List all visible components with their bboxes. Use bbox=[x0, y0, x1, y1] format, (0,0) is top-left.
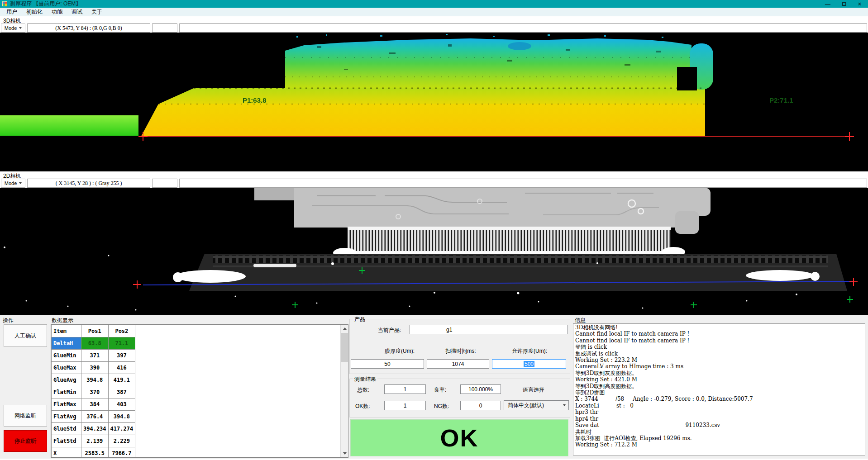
product-title: 产品 bbox=[353, 316, 367, 323]
product-panel: 产品 当前产品: g1 膜厚度(Um): 扫描时间ms: 允许厚度(Um): 5… bbox=[349, 315, 571, 459]
menu-about[interactable]: 关于 bbox=[87, 8, 107, 16]
cell-item: FlatAvg bbox=[52, 411, 81, 423]
camera3d-mode-button[interactable]: Mode bbox=[1, 24, 25, 33]
ng-count-input[interactable]: 0 bbox=[460, 401, 501, 410]
col-pos2: Pos2 bbox=[108, 325, 135, 337]
camera3d-label: 3D相机 bbox=[0, 16, 868, 24]
cell-item: FlatMax bbox=[52, 398, 81, 411]
scroll-down-icon[interactable] bbox=[341, 450, 348, 457]
scrollbar-thumb[interactable] bbox=[341, 333, 348, 362]
menu-user[interactable]: 用户 bbox=[2, 8, 22, 16]
total-label: 总数: bbox=[357, 386, 369, 394]
menu-bar: 用户 初始化 功能 调试 关于 bbox=[0, 8, 868, 16]
cell-pos1: 394.234 bbox=[81, 423, 109, 435]
table-row[interactable]: GlueAvg 394.8 419.1 bbox=[52, 374, 135, 386]
table-row[interactable]: DeltaH 63.8 71.1 bbox=[52, 337, 135, 350]
log-line: Cannot find local IF to match camera IP … bbox=[575, 337, 863, 344]
network-listen-button[interactable]: 网络监听 bbox=[4, 405, 47, 427]
yield-input[interactable]: 100.000% bbox=[460, 384, 501, 394]
allow-thickness-input[interactable]: 500 bbox=[492, 359, 566, 369]
log-line: 加载3张图 进行AOI检查, Elapsed 19296 ms. bbox=[575, 435, 863, 441]
cell-pos1: 390 bbox=[81, 362, 109, 374]
cell-item: FlatMin bbox=[52, 386, 81, 398]
cell-pos2: 417.274 bbox=[108, 423, 135, 435]
menu-debug[interactable]: 调试 bbox=[67, 8, 87, 16]
col-item: Item bbox=[52, 325, 81, 337]
table-row[interactable]: GlueMin 371 397 bbox=[52, 350, 135, 362]
menu-init[interactable]: 初始化 bbox=[22, 8, 47, 16]
allow-thickness-label: 允许厚度(Um): bbox=[496, 347, 563, 355]
ok-count-input[interactable]: 1 bbox=[384, 401, 426, 410]
minimize-icon[interactable]: — bbox=[825, 1, 830, 7]
chevron-down-icon bbox=[19, 182, 22, 184]
yield-label: 良率: bbox=[434, 386, 446, 394]
log-line: Working Set : 712.2 M bbox=[575, 441, 863, 448]
menu-function[interactable]: 功能 bbox=[47, 8, 67, 16]
cell-pos1: 370 bbox=[81, 386, 109, 398]
ok-count-label: OK数: bbox=[355, 403, 370, 410]
connector-comb bbox=[333, 227, 685, 258]
cell-item: GlueStd bbox=[52, 423, 81, 435]
cell-item: GlueMax bbox=[52, 362, 81, 374]
camera3d-viewport[interactable]: P1:63.8 P2:71.1 bbox=[0, 33, 868, 171]
title-bar: 测厚程序 【当前用户: OEM】 — × bbox=[0, 0, 868, 8]
data-display-title: 数据显示 bbox=[52, 317, 73, 324]
cell-pos2: 397 bbox=[108, 350, 135, 362]
2d-grayscale-image bbox=[0, 188, 868, 315]
log-line: LocateLi st : 0 bbox=[575, 403, 863, 409]
cell-pos2: 419.1 bbox=[108, 374, 135, 386]
cell-pos1: 384 bbox=[81, 398, 109, 411]
restore-icon[interactable] bbox=[842, 2, 846, 6]
info-panel: 信息 3D相机没有网络! Cannot find local IF to mat… bbox=[573, 315, 866, 459]
table-row[interactable]: FlatMax 384 403 bbox=[52, 398, 135, 411]
cell-item: X bbox=[52, 447, 81, 458]
data-display-panel: 数据显示 Item Pos1 Pos2 DeltaH 63.8 71.1 Glu… bbox=[51, 315, 349, 459]
operations-title: 操作 bbox=[3, 317, 14, 324]
table-row[interactable]: FlatMin 370 387 bbox=[52, 386, 135, 398]
camera2d-status-spacer bbox=[152, 179, 177, 188]
film-thickness-label: 膜厚度(Um): bbox=[368, 347, 431, 355]
data-table-container: Item Pos1 Pos2 DeltaH 63.8 71.1 GlueMin … bbox=[51, 324, 348, 458]
scan-time-input[interactable]: 1074 bbox=[427, 359, 489, 369]
cell-pos1: 2583.5 bbox=[81, 447, 109, 458]
table-row[interactable]: FlatStd 2.139 2.229 bbox=[52, 435, 135, 447]
table-row[interactable]: GlueStd 394.234 417.274 bbox=[52, 423, 135, 435]
cell-pos2: 387 bbox=[108, 386, 135, 398]
film-thickness-input[interactable]: 50 bbox=[351, 359, 424, 369]
close-icon[interactable]: × bbox=[858, 1, 861, 7]
scroll-up-icon[interactable] bbox=[341, 325, 348, 332]
current-product-input[interactable]: g1 bbox=[410, 325, 568, 334]
log-line: hpr3 thr bbox=[575, 409, 863, 415]
table-row[interactable]: FlatAvg 376.4 394.8 bbox=[52, 411, 135, 423]
log-line: Working Set : 223.2 M bbox=[575, 357, 863, 363]
table-row[interactable]: X 2583.5 7966.7 bbox=[52, 447, 135, 458]
cell-pos1: 394.8 bbox=[81, 374, 109, 386]
operations-panel: 操作 人工确认 网络监听 停止监听 bbox=[1, 315, 49, 459]
camera2d-viewport[interactable] bbox=[0, 188, 868, 315]
table-row[interactable]: GlueMax 390 416 bbox=[52, 362, 135, 374]
total-input[interactable]: 1 bbox=[384, 384, 426, 394]
log-line: Cannot find local IF to match camera IP … bbox=[575, 331, 863, 337]
camera3d-status-long bbox=[179, 24, 867, 33]
chevron-down-icon bbox=[560, 404, 568, 406]
manual-confirm-button[interactable]: 人工确认 bbox=[4, 324, 47, 347]
p1-measure-label: P1:63.8 bbox=[243, 96, 267, 104]
table-scrollbar[interactable] bbox=[340, 325, 348, 457]
cell-item: FlatStd bbox=[52, 435, 81, 447]
stop-listen-button[interactable]: 停止监听 bbox=[4, 430, 47, 452]
camera2d-mode-button[interactable]: Mode bbox=[1, 179, 25, 188]
scan-time-label: 扫描时间ms: bbox=[429, 347, 492, 355]
camera2d-label: 2D相机 bbox=[0, 171, 868, 179]
log-line: X : 3744 /58 Angle : -0.279, Score : 0.0… bbox=[575, 396, 863, 402]
log-area[interactable]: 3D相机没有网络! Cannot find local IF to match … bbox=[573, 323, 865, 455]
cell-pos2: 71.1 bbox=[108, 337, 135, 350]
app-icon bbox=[2, 1, 7, 6]
cell-pos2: 416 bbox=[108, 362, 135, 374]
log-line: 等到3D取到高度图数据。 bbox=[575, 383, 863, 389]
camera3d-status-spacer bbox=[152, 24, 177, 33]
language-dropdown[interactable]: 简体中文(默认) bbox=[504, 400, 569, 410]
camera3d-pixel-status: (X 5473, Y 84) : (R 0,G 0,B 0) bbox=[27, 24, 150, 33]
result-status-banner: OK bbox=[350, 419, 568, 456]
cell-pos2: 7966.7 bbox=[108, 447, 135, 458]
camera2d-mode-bar: Mode ( X 3145, Y 28 ) : ( Gray 255 ) bbox=[0, 179, 868, 188]
